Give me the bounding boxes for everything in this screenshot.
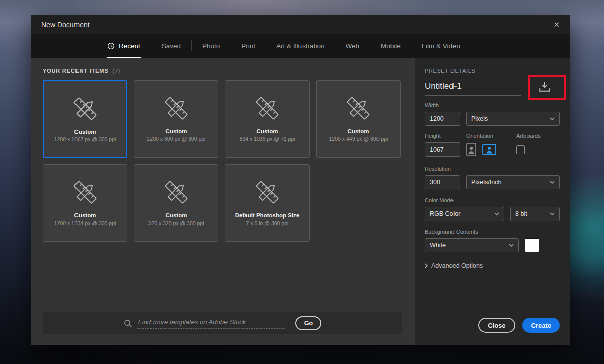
save-preset-button[interactable] xyxy=(530,81,560,96)
template-icon xyxy=(162,178,191,207)
dialog-titlebar: New Document ✕ xyxy=(31,15,570,34)
width-label: Width xyxy=(425,102,560,108)
template-dims: 320 x 320 px @ 300 ppi xyxy=(148,220,204,226)
chevron-down-icon xyxy=(494,212,499,215)
template-icon xyxy=(162,94,191,123)
preset-details-panel: PRESET DETAILS Untitled-1 Width Pixels xyxy=(415,58,570,345)
height-input[interactable] xyxy=(425,142,460,157)
tab-recent[interactable]: Recent xyxy=(97,34,151,58)
template-icon xyxy=(344,94,373,123)
tab-art-illustration[interactable]: Art & Illustration xyxy=(266,34,335,58)
template-icon xyxy=(70,94,100,123)
color-mode-label: Color Mode xyxy=(425,197,560,203)
advanced-options-toggle[interactable]: Advanced Options xyxy=(425,262,560,269)
template-dims: 1200 x 600 px @ 300 ppi xyxy=(147,136,206,142)
tab-label: Recent xyxy=(119,42,140,50)
tab-film-video[interactable]: Film & Video xyxy=(411,34,471,58)
height-orientation-row: Height Orientation xyxy=(425,133,560,157)
orientation-portrait-button[interactable] xyxy=(466,143,476,156)
clock-icon xyxy=(107,42,115,50)
template-card-0[interactable]: Custom 1200 x 1067 px @ 300 ppi xyxy=(43,80,127,158)
search-icon xyxy=(124,319,132,328)
artboards-label: Artboards xyxy=(516,133,560,139)
stock-search-bar: Go xyxy=(43,312,402,334)
background-color-swatch[interactable] xyxy=(525,238,539,252)
tab-print[interactable]: Print xyxy=(231,34,266,58)
template-name: Custom xyxy=(163,212,190,219)
chevron-down-icon xyxy=(509,244,514,247)
document-name-field[interactable]: Untitled-1 xyxy=(425,81,521,96)
recent-items-panel: YOUR RECENT ITEMS (7) Custom 1200 x 1067… xyxy=(31,58,415,345)
tab-web[interactable]: Web xyxy=(335,34,370,58)
tab-label: Mobile xyxy=(381,42,401,50)
tab-label: Print xyxy=(241,42,255,50)
template-card-6[interactable]: Default Photoshop Size 7 x 5 in @ 300 pp… xyxy=(225,164,310,242)
chevron-down-icon xyxy=(550,212,555,215)
resolution-unit-value: Pixels/Inch xyxy=(471,179,501,186)
template-name: Custom xyxy=(163,128,190,134)
template-icon xyxy=(253,178,282,207)
template-card-3[interactable]: Custom 1200 x 449 px @ 300 ppi xyxy=(316,80,401,158)
tab-label: Saved xyxy=(162,42,181,50)
template-card-1[interactable]: Custom 1200 x 600 px @ 300 ppi xyxy=(134,80,218,158)
template-name: Custom xyxy=(254,128,281,134)
template-dims: 1200 x 1334 px @ 300 ppi xyxy=(54,220,116,226)
tab-label: Art & Illustration xyxy=(276,42,324,50)
bit-depth-select[interactable]: 8 bit xyxy=(510,207,560,221)
new-document-dialog: New Document ✕ Recent Saved Photo Print … xyxy=(31,15,570,345)
template-grid: Custom 1200 x 1067 px @ 300 ppi Custom 1… xyxy=(43,80,415,242)
template-dims: 1200 x 1067 px @ 300 ppi xyxy=(54,136,116,142)
go-button[interactable]: Go xyxy=(295,316,321,330)
create-button[interactable]: Create xyxy=(522,318,560,333)
template-icon xyxy=(70,178,100,207)
recent-items-heading: YOUR RECENT ITEMS (7) xyxy=(43,68,415,74)
landscape-icon xyxy=(482,144,496,155)
tab-saved[interactable]: Saved xyxy=(151,34,191,58)
recent-items-count: (7) xyxy=(112,68,120,74)
template-name: Custom xyxy=(71,129,99,135)
artboards-checkbox[interactable] xyxy=(516,145,525,154)
tab-photo[interactable]: Photo xyxy=(192,34,231,58)
template-card-4[interactable]: Custom 1200 x 1334 px @ 300 ppi xyxy=(43,164,127,242)
close-button[interactable]: Close xyxy=(478,318,515,333)
width-input[interactable] xyxy=(425,112,460,126)
background-contents-value: White xyxy=(430,242,446,249)
width-unit-select[interactable]: Pixels xyxy=(466,112,560,126)
template-name: Custom xyxy=(345,128,372,134)
template-card-5[interactable]: Custom 320 x 320 px @ 300 ppi xyxy=(134,164,218,242)
tab-label: Photo xyxy=(202,42,220,50)
resolution-label: Resolution xyxy=(425,166,560,172)
portrait-icon xyxy=(466,143,476,156)
template-card-2[interactable]: Custom 894 x 1036 px @ 72 ppi xyxy=(225,80,310,158)
recent-items-title: YOUR RECENT ITEMS xyxy=(43,68,108,74)
bit-depth-value: 8 bit xyxy=(515,210,527,217)
background-contents-select[interactable]: White xyxy=(425,238,519,252)
template-dims: 7 x 5 in @ 300 ppi xyxy=(246,220,289,226)
preset-details-heading: PRESET DETAILS xyxy=(425,68,560,74)
close-icon[interactable]: ✕ xyxy=(553,21,560,28)
template-dims: 894 x 1036 px @ 72 ppi xyxy=(239,136,295,142)
advanced-options-label: Advanced Options xyxy=(431,262,483,269)
tab-label: Web xyxy=(345,42,359,50)
orientation-landscape-button[interactable] xyxy=(482,144,496,155)
color-mode-select[interactable]: RGB Color xyxy=(425,207,504,221)
height-label: Height xyxy=(425,133,466,139)
tab-mobile[interactable]: Mobile xyxy=(370,34,411,58)
chevron-down-icon xyxy=(550,117,555,120)
template-name: Default Photoshop Size xyxy=(232,212,303,219)
document-name-row: Untitled-1 xyxy=(425,81,560,96)
category-tabs: Recent Saved Photo Print Art & Illustrat… xyxy=(31,34,570,58)
background-contents-label: Background Contents xyxy=(425,229,560,235)
stock-search-input[interactable] xyxy=(137,318,285,329)
dialog-title: New Document xyxy=(41,21,90,29)
width-unit-value: Pixels xyxy=(471,115,488,122)
resolution-input[interactable] xyxy=(425,175,460,189)
chevron-right-icon xyxy=(425,263,428,268)
resolution-unit-select[interactable]: Pixels/Inch xyxy=(466,175,560,189)
save-preset-icon xyxy=(538,81,551,93)
template-name: Custom xyxy=(71,212,99,219)
template-icon xyxy=(253,94,282,123)
color-mode-value: RGB Color xyxy=(430,210,460,217)
chevron-down-icon xyxy=(550,181,555,184)
template-dims: 1200 x 449 px @ 300 ppi xyxy=(329,136,388,142)
